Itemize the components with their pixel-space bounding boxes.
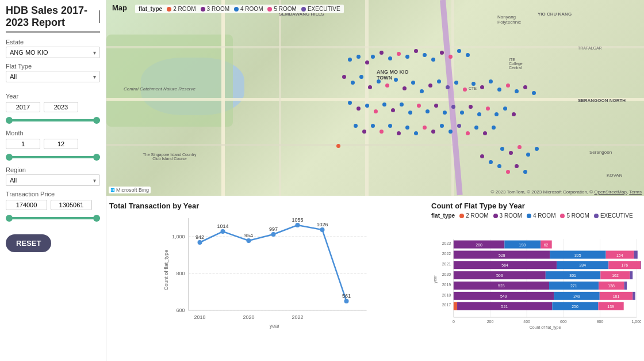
map-dot (503, 107, 507, 111)
svg-text:521: 521 (501, 305, 508, 309)
map-dot (374, 109, 378, 113)
map-area-kovan: KOVAN (607, 173, 622, 178)
map-area-cte: CTE (469, 86, 477, 90)
map-dot (471, 82, 476, 86)
estate-chevron-icon: ▾ (93, 50, 96, 56)
svg-text:249: 249 (573, 294, 580, 298)
year-range-row (6, 102, 100, 112)
price-max-input[interactable] (51, 200, 92, 210)
svg-text:301: 301 (569, 273, 576, 278)
map-dot (506, 83, 510, 88)
svg-text:528: 528 (499, 253, 505, 257)
estate-select[interactable]: ANG MO KIO ▾ (6, 47, 100, 58)
month-max-input[interactable] (44, 139, 78, 149)
map-area-yiochukang: YIO CHU KANG (538, 12, 572, 17)
svg-text:561: 561 (342, 293, 351, 299)
map-dot (365, 104, 369, 108)
map-dot (440, 124, 444, 128)
svg-point-14 (271, 232, 276, 237)
svg-text:2018: 2018 (194, 314, 205, 320)
price-slider-left-handle[interactable] (6, 215, 13, 222)
map-dot (417, 104, 421, 108)
map-dot (431, 58, 435, 62)
legend-2room: 2 ROOM (167, 6, 195, 12)
legend-5room: 5 ROOM (267, 6, 296, 12)
year-min-input[interactable] (6, 102, 40, 112)
map-dot (446, 85, 450, 89)
map-dot (506, 170, 510, 174)
map-road-horizontal (106, 98, 644, 101)
map-dot (532, 91, 536, 95)
svg-rect-84 (632, 292, 635, 300)
map-dot (518, 145, 522, 149)
month-label: Month (6, 130, 100, 136)
map-dot (356, 55, 361, 59)
map-dot (388, 56, 392, 60)
legend-executive: EXECUTIVE (301, 6, 340, 12)
svg-text:0: 0 (453, 320, 455, 324)
map-dot (405, 126, 409, 130)
map-dot (362, 130, 366, 134)
map-dot (463, 88, 467, 92)
month-slider-right-handle[interactable] (93, 154, 100, 161)
svg-text:162: 162 (612, 273, 619, 278)
map-dot (477, 112, 481, 116)
month-min-input[interactable] (6, 139, 40, 149)
map-dot (368, 85, 372, 89)
bar-chart-legend: flat_type 2 ROOM 3 ROOM 4 ROOM 5 ROOM EX… (431, 212, 641, 219)
year-slider-left-handle[interactable] (6, 117, 13, 124)
flat-type-select[interactable]: All ▾ (6, 71, 100, 82)
map-dot (379, 51, 384, 55)
map-dot (474, 126, 478, 130)
year-slider-track (6, 119, 100, 121)
svg-text:2021: 2021 (442, 262, 451, 266)
svg-point-16 (320, 227, 325, 232)
map-dot (394, 78, 398, 82)
map-dot (443, 111, 447, 115)
map-dot (497, 88, 501, 92)
bar-legend-3room: 3 ROOM (493, 212, 522, 219)
svg-text:2022: 2022 (442, 252, 451, 256)
map-road-h2 (106, 46, 644, 48)
svg-text:198: 198 (519, 243, 526, 247)
map-dot (342, 75, 346, 79)
region-chevron-icon: ▾ (93, 177, 96, 184)
map-dot (428, 83, 432, 88)
region-label: Region (6, 166, 100, 173)
page-title: HDB Sales 2017-2023 Report (6, 5, 100, 33)
line-chart-container: Total Transaction by Year 600 (106, 196, 428, 361)
bottom-charts: Total Transaction by Year 600 (106, 196, 644, 361)
svg-text:2019: 2019 (442, 283, 451, 287)
map-dot (365, 60, 369, 64)
map-dot (454, 81, 458, 85)
svg-text:280: 280 (476, 243, 482, 247)
svg-text:1055: 1055 (292, 217, 303, 223)
svg-text:Count of flat_type: Count of flat_type (530, 325, 561, 330)
map-dot (423, 126, 427, 130)
reset-button[interactable]: RESET (6, 234, 51, 252)
month-slider-track (6, 156, 100, 158)
svg-rect-56 (634, 250, 638, 259)
svg-text:305: 305 (574, 253, 581, 257)
map-dot (466, 131, 470, 135)
svg-text:1014: 1014 (217, 223, 228, 229)
price-slider-track (6, 217, 100, 219)
svg-text:1026: 1026 (316, 222, 328, 227)
map-dot (515, 164, 519, 168)
region-select[interactable]: All ▾ (6, 174, 100, 186)
legend-3room: 3 ROOM (201, 6, 229, 12)
price-min-input[interactable] (6, 200, 47, 210)
month-slider-left-handle[interactable] (6, 154, 13, 161)
price-slider[interactable] (6, 212, 100, 223)
svg-text:62: 62 (544, 243, 549, 247)
price-slider-right-handle[interactable] (93, 215, 100, 222)
map-dot (402, 86, 407, 90)
map-road-h3 (106, 144, 644, 146)
map-dot (348, 58, 352, 62)
month-slider[interactable] (6, 151, 100, 162)
year-slider[interactable] (6, 115, 100, 125)
svg-text:2017: 2017 (442, 303, 451, 307)
year-max-input[interactable] (44, 102, 78, 112)
year-slider-right-handle[interactable] (93, 117, 100, 124)
map-dot (354, 124, 358, 128)
